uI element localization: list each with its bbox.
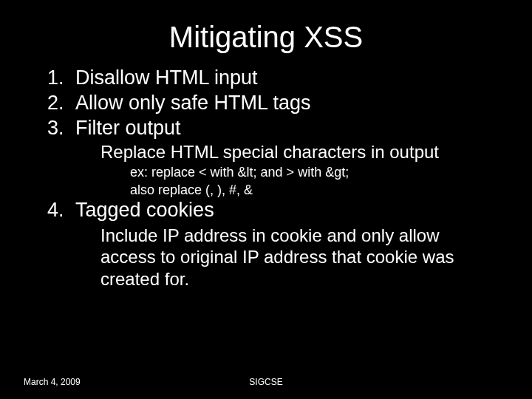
- subitem-level2: also replace (, ), #, &: [130, 183, 502, 199]
- item-text: Filter output: [75, 117, 181, 139]
- list-item: Allow only safe HTML tags: [69, 91, 502, 116]
- subitem-level2: ex: replace < with &lt; and > with &gt;: [130, 165, 502, 181]
- item-text: Allow only safe HTML tags: [75, 92, 311, 114]
- slide-title: Mitigating XSS: [0, 0, 532, 66]
- slide: Mitigating XSS Disallow HTML input Allow…: [0, 0, 532, 399]
- item-text: Tagged cookies: [75, 199, 214, 221]
- subitem-level1: Replace HTML special characters in outpu…: [100, 142, 502, 163]
- numbered-list: Disallow HTML input Allow only safe HTML…: [30, 66, 502, 290]
- footer-venue: SIGCSE: [0, 377, 532, 387]
- list-item: Disallow HTML input: [69, 66, 502, 91]
- slide-body: Disallow HTML input Allow only safe HTML…: [0, 66, 532, 290]
- item-text: Disallow HTML input: [75, 66, 258, 89]
- list-item: Filter output Replace HTML special chara…: [69, 116, 502, 199]
- list-item: Tagged cookies Include IP address in coo…: [69, 198, 502, 290]
- subitem-level1: Include IP address in cookie and only al…: [100, 225, 502, 290]
